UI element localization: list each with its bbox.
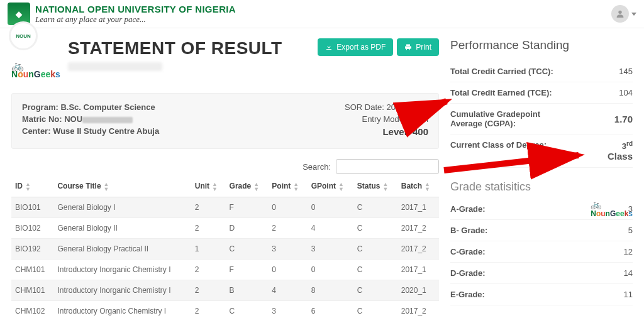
search-input[interactable] (336, 159, 439, 174)
table-row: CHM101Introductory Inorganic Chemistry I… (11, 280, 439, 301)
col-gpoint[interactable]: GPoint▲▼ (308, 177, 353, 197)
col-id[interactable]: ID▲▼ (11, 177, 53, 197)
cell-batch: 2017_2 (397, 218, 439, 239)
cell-status: C (353, 218, 397, 239)
cell-unit: 2 (191, 260, 226, 280)
export-pdf-button[interactable]: Export as PDF (318, 38, 393, 56)
search-label: Search: (303, 162, 331, 172)
cell-gpoint: 0 (308, 260, 353, 280)
cell-title: General Biology Practical II (53, 239, 191, 260)
sort-icon: ▲▼ (212, 182, 218, 192)
table-row: CHM101Introductory Inorganic Chemistry I… (11, 260, 439, 280)
redacted-name (68, 62, 162, 71)
program-value: B.Sc. Computer Science (60, 102, 155, 112)
noun-badge-icon: NOUN (9, 21, 38, 50)
cell-status: C (353, 260, 397, 280)
col-unit[interactable]: Unit▲▼ (191, 177, 226, 197)
noungeeks-logo: 🚲 NounGeeks (11, 60, 60, 79)
cell-batch: 2017_2 (397, 239, 439, 260)
cgpa-value: 1.70 (614, 114, 633, 124)
print-button[interactable]: Print (397, 38, 439, 56)
student-meta: Program: B.Sc. Computer Science Matric N… (11, 93, 439, 149)
print-icon (404, 43, 412, 51)
cell-grade: F (226, 260, 269, 280)
sort-icon: ▲▼ (382, 182, 388, 192)
sort-icon: ▲▼ (425, 182, 430, 192)
cell-id: CHM101 (11, 260, 53, 280)
cell-id: BIO101 (11, 197, 53, 218)
tce-value: 104 (619, 88, 633, 97)
e-grade-count: 11 (624, 290, 633, 299)
cell-id: CHM102 (11, 301, 53, 319)
entry-mode: Open (408, 114, 428, 124)
cell-point: 0 (268, 260, 307, 280)
cell-title: General Biology I (53, 197, 191, 218)
cell-gpoint: 3 (308, 239, 353, 260)
col-title[interactable]: Course Title▲▼ (53, 177, 191, 197)
page-title: STATEMENT OF RESULT (68, 38, 310, 58)
sort-icon: ▲▼ (104, 182, 109, 192)
cell-unit: 2 (191, 301, 226, 319)
cell-gpoint: 0 (308, 197, 353, 218)
cell-status: C (353, 239, 397, 260)
col-batch[interactable]: Batch▲▼ (397, 177, 439, 197)
cell-batch: 2017_1 (397, 260, 439, 280)
redacted-matric (82, 117, 133, 123)
col-grade[interactable]: Grade▲▼ (226, 177, 269, 197)
topbar: ◆ NATIONAL OPEN UNIVERSITY OF NIGERIA Le… (0, 0, 644, 28)
side-panel: Performance Standing Total Credit Carrie… (450, 38, 633, 318)
university-name: NATIONAL OPEN UNIVERSITY OF NIGERIA (35, 4, 236, 14)
cell-point: 3 (268, 301, 307, 319)
b-grade-count: 5 (628, 226, 633, 235)
table-row: BIO192General Biology Practical II1C33C2… (11, 239, 439, 260)
degree-class: 3rd Class (608, 140, 633, 162)
matric-value: NOU (64, 114, 82, 124)
cell-point: 4 (268, 280, 307, 301)
table-row: BIO101General Biology I2F00C2017_1 (11, 197, 439, 218)
cell-unit: 2 (191, 197, 226, 218)
cell-grade: B (226, 280, 269, 301)
cell-id: BIO192 (11, 239, 53, 260)
cell-unit: 1 (191, 239, 226, 260)
cell-unit: 2 (191, 218, 226, 239)
cell-title: Introductory Organic Chemistry I (53, 301, 191, 319)
cell-title: General Biology II (53, 218, 191, 239)
sort-icon: ▲▼ (338, 182, 344, 192)
sort-icon: ▲▼ (253, 182, 259, 192)
cell-grade: F (226, 197, 269, 218)
university-title: NATIONAL OPEN UNIVERSITY OF NIGERIA Lear… (35, 4, 236, 25)
col-point[interactable]: Point▲▼ (268, 177, 307, 197)
svg-point-0 (618, 11, 621, 14)
cell-batch: 2020_1 (397, 280, 439, 301)
center-value: Wuse II Study Centre Abuja (53, 126, 159, 136)
standing-title: Performance Standing (450, 38, 633, 52)
cell-batch: 2017_1 (397, 197, 439, 218)
cell-gpoint: 4 (308, 218, 353, 239)
cell-grade: D (226, 218, 269, 239)
cell-point: 2 (268, 218, 307, 239)
cell-grade: C (226, 301, 269, 319)
table-row: CHM102Introductory Organic Chemistry I2C… (11, 301, 439, 319)
cell-id: CHM101 (11, 280, 53, 301)
d-grade-count: 14 (624, 268, 633, 278)
noungeeks-logo-mini: 🚲 NounGeeks (591, 199, 633, 218)
table-row: BIO102General Biology II2D24C2017_2 (11, 218, 439, 239)
c-grade-count: 12 (624, 247, 633, 256)
cell-id: BIO102 (11, 218, 53, 239)
user-menu[interactable] (611, 5, 636, 23)
cell-status: C (353, 301, 397, 319)
avatar-icon (611, 5, 629, 23)
sort-icon: ▲▼ (293, 182, 299, 192)
cell-grade: C (226, 239, 269, 260)
sor-date: 2022-06-30 (387, 102, 429, 112)
sort-icon: ▲▼ (25, 182, 31, 192)
cell-title: Introductory Inorganic Chemistry I (53, 280, 191, 301)
cell-unit: 2 (191, 280, 226, 301)
chevron-down-icon (631, 13, 636, 16)
download-icon (325, 43, 333, 51)
cell-status: C (353, 197, 397, 218)
cell-point: 3 (268, 239, 307, 260)
cell-status: C (353, 280, 397, 301)
cell-gpoint: 6 (308, 301, 353, 319)
col-status[interactable]: Status▲▼ (353, 177, 397, 197)
